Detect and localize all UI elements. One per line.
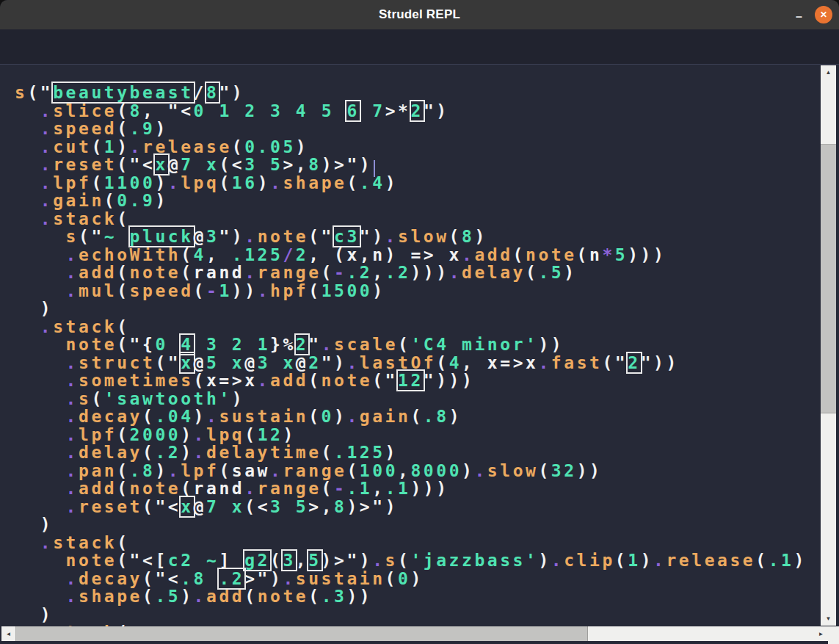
code-token: .: [206, 407, 219, 426]
code-line[interactable]: .gain(0.9): [15, 192, 820, 210]
code-line[interactable]: .cut(1).release(0.05): [15, 138, 820, 156]
code-token: 3: [206, 335, 219, 354]
code-token: reset: [53, 155, 117, 174]
code-token: 12: [258, 425, 283, 444]
code-line[interactable]: .decay("<.8 .2>").sustain(0): [15, 570, 820, 588]
active-event-highlight: 8: [206, 83, 219, 102]
code-line[interactable]: .stack(: [15, 210, 820, 228]
code-line[interactable]: ): [15, 515, 820, 534]
code-token: add: [79, 263, 117, 282]
code-token: decay: [79, 569, 142, 588]
window-title: Strudel REPL: [379, 7, 460, 22]
code-token: ]: [219, 551, 244, 570]
code-token: -: [206, 281, 219, 300]
code-line[interactable]: .echoWith(4, .125/2, (x,n) => x.add(note…: [15, 246, 820, 264]
code-token: 1: [104, 137, 117, 156]
code-token: >,: [283, 155, 308, 174]
code-token: 5: [322, 101, 334, 120]
code-token: slow: [398, 227, 449, 246]
minimize-button[interactable]: –: [796, 11, 802, 23]
code-token: (: [270, 551, 283, 570]
code-line[interactable]: ): [15, 606, 820, 624]
scroll-left-arrow-icon[interactable]: ◄: [3, 626, 14, 641]
code-token: .2: [346, 263, 372, 282]
code-token: ): [15, 515, 53, 534]
code-line[interactable]: .lpf(1100).lpq(16).shape(.4): [15, 174, 820, 192]
code-token: shape: [79, 587, 142, 606]
code-token: .: [194, 425, 206, 444]
code-token: [15, 281, 66, 300]
active-event-highlight: x: [181, 353, 193, 372]
code-token: .: [66, 443, 79, 462]
titlebar[interactable]: Strudel REPL – ✕: [0, 0, 839, 30]
code-token: , "<: [142, 101, 194, 120]
close-button[interactable]: ✕: [815, 6, 832, 23]
code-line[interactable]: .add(note(rand.range(-.2,.2))).delay(.5): [15, 264, 820, 282]
code-token: [15, 551, 66, 570]
code-token: (: [615, 551, 628, 570]
code-token: .: [244, 263, 257, 282]
code-token: "): [424, 101, 449, 120]
code-token: [308, 101, 321, 120]
code-token: -: [334, 479, 346, 498]
code-token: 0: [194, 101, 206, 120]
code-token: .: [283, 569, 295, 588]
code-line[interactable]: .reset("<x@7 x(<3 5>,8)>"): [15, 156, 820, 174]
code-line[interactable]: .speed(.9): [15, 120, 820, 138]
code-token: (: [322, 263, 334, 282]
code-line[interactable]: .lpf(2000).lpq(12): [15, 426, 820, 444]
code-token: 8: [130, 101, 142, 120]
code-token: (: [346, 173, 359, 192]
code-line[interactable]: .delay(.2).delaytime(.125): [15, 444, 820, 462]
code-token: 7: [181, 155, 193, 174]
code-line[interactable]: .sometimes(x=>x.add(note("12"))): [15, 372, 820, 390]
code-token: ): [449, 407, 462, 426]
scroll-right-arrow-icon[interactable]: ►: [816, 626, 827, 641]
code-line[interactable]: .pan(.8).lpf(saw.range(100,8000).slow(32…: [15, 462, 820, 480]
code-token: delaytime: [206, 443, 322, 462]
code-line[interactable]: ): [15, 300, 820, 318]
code-line[interactable]: .stack(: [15, 534, 820, 552]
code-line[interactable]: s("~ pluck@3").note("c3").slow(8): [15, 228, 820, 246]
code-token: .: [66, 569, 79, 588]
code-token: 3: [258, 353, 270, 372]
code-line[interactable]: .s('sawtooth'): [15, 390, 820, 408]
strudel-repl-window: Strudel REPL – ✕ s("beautybeast/8") .sli…: [0, 0, 839, 644]
horizontal-scroll-thumb[interactable]: [15, 626, 588, 641]
code-line[interactable]: .decay(.04).sustain(0).gain(.8): [15, 408, 820, 426]
code-line[interactable]: note("{0 4 3 2 1}%2".scale('C4 minor')): [15, 336, 820, 354]
scroll-up-arrow-icon[interactable]: ▲: [821, 67, 836, 78]
code-token: .: [270, 173, 283, 192]
code-line[interactable]: .reset("<x@7 x(<3 5>,8)>"): [15, 498, 820, 516]
vertical-scrollbar[interactable]: ▲ ▼: [821, 65, 836, 626]
code-editor[interactable]: s("beautybeast/8") .slice(8, "<0 1 2 3 4…: [0, 64, 839, 644]
code-token: ))): [410, 263, 448, 282]
code-line[interactable]: .stack(: [15, 318, 820, 336]
code-token: .: [244, 227, 257, 246]
code-token: ): [385, 173, 398, 192]
code-token: .2: [385, 263, 411, 282]
code-token: (": [308, 227, 334, 246]
code-token: [360, 101, 372, 120]
scroll-down-arrow-icon[interactable]: ▼: [821, 613, 836, 624]
code-line[interactable]: .mul(speed(-1)).hpf(1500): [15, 282, 820, 300]
code-token: )): [577, 461, 603, 480]
code-token: (: [385, 569, 398, 588]
code-token: .: [66, 497, 79, 516]
code-token: .2: [155, 443, 181, 462]
code-token: ,: [206, 245, 232, 264]
code-line[interactable]: s("beautybeast/8"): [15, 84, 820, 102]
code-area[interactable]: s("beautybeast/8") .slice(8, "<0 1 2 3 4…: [0, 65, 820, 626]
horizontal-scrollbar[interactable]: ◄ ►: [1, 626, 828, 641]
vertical-scroll-thumb[interactable]: [821, 144, 836, 413]
code-token: ))): [410, 479, 448, 498]
code-line[interactable]: .struct("x@5 x@3 x@2").lastOf(4, x=>x.fa…: [15, 354, 820, 372]
code-token: 8000: [410, 461, 462, 480]
code-line[interactable]: .add(note(rand.range(-.1,.1))): [15, 480, 820, 498]
code-line[interactable]: note("<[c2 ~] g2(3,5)>").s('jazzbass').c…: [15, 551, 820, 570]
code-line[interactable]: .shape(.5).add(note(.3)): [15, 587, 820, 606]
code-token: (: [117, 119, 129, 138]
code-line[interactable]: .slice(8, "<0 1 2 3 4 5 6 7>*2"): [15, 102, 820, 120]
code-token: add: [270, 371, 308, 390]
code-token: note: [130, 479, 181, 498]
